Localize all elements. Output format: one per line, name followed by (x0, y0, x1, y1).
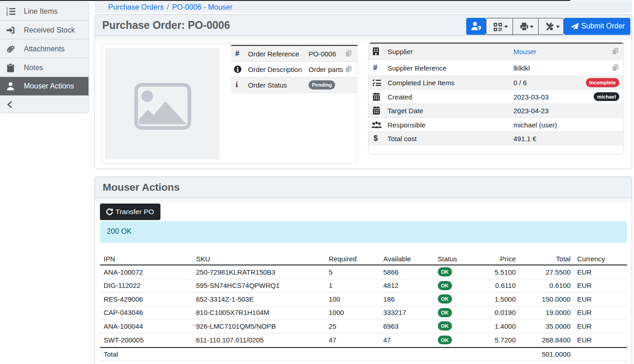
svg-text:3: 3 (6, 12, 8, 16)
